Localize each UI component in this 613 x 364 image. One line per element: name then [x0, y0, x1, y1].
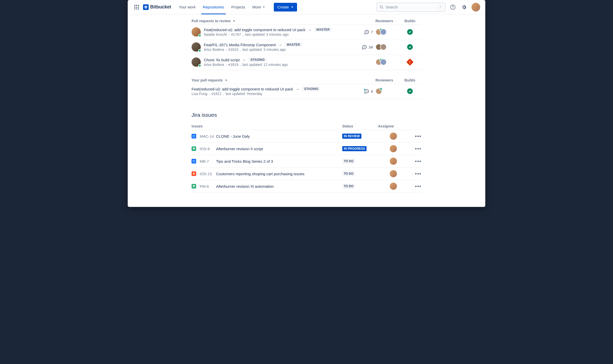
issue-key: MB-7	[200, 159, 214, 163]
col-status-label: Status	[342, 124, 378, 128]
settings-icon[interactable]	[460, 3, 468, 11]
chevron-down-icon: ▼	[233, 19, 235, 22]
reviewer-avatar[interactable]	[375, 88, 382, 95]
issue-type-story-icon	[192, 134, 196, 138]
pr-title: Chore: fix build script	[204, 58, 240, 62]
svg-rect-8	[193, 135, 195, 137]
issue-type-task-icon	[192, 146, 196, 151]
more-icon: •••	[415, 134, 421, 139]
pr-row[interactable]: Feat/FIL-3571 Media Filmstrip Component …	[192, 40, 421, 55]
more-icon: •••	[415, 159, 421, 164]
svg-point-10	[193, 173, 195, 174]
jira-row[interactable]: IOS-15 Customers reporting shoping cart …	[192, 168, 421, 180]
search-input[interactable]	[386, 5, 438, 9]
comment-icon	[362, 44, 367, 50]
chevron-down-icon: ▼	[291, 6, 293, 8]
reviewer-avatar[interactable]	[380, 59, 387, 65]
comment-count[interactable]: 7	[355, 29, 373, 34]
author-avatar	[192, 42, 201, 52]
build-fail-icon: !	[406, 58, 414, 66]
main-content: Pull requests to review ▼ Reviewers Buil…	[128, 14, 485, 207]
tab-your-work[interactable]: Your work	[175, 0, 199, 14]
row-actions-button[interactable]: •••	[409, 159, 421, 164]
row-actions-button[interactable]: •••	[409, 171, 421, 177]
assignee-avatar[interactable]	[390, 145, 397, 152]
build-success-icon	[407, 29, 413, 35]
pr-row[interactable]: Feat(reduced-ui): add toggle component t…	[192, 25, 421, 40]
chevron-down-icon: ▼	[225, 79, 228, 82]
comment-count[interactable]: 34	[355, 44, 373, 50]
tab-projects[interactable]: Projects	[228, 0, 249, 14]
tab-more[interactable]: More ▼	[249, 0, 269, 14]
jira-row[interactable]: MAC-14 CLONE - June Daly IN REVIEW •••	[192, 130, 421, 143]
pr-review-toggle[interactable]: Pull requests to review ▼	[192, 19, 235, 23]
more-icon: •••	[415, 146, 421, 151]
search-box[interactable]: /	[376, 3, 445, 12]
col-assignee-label: Assignee	[378, 124, 409, 128]
reviewers	[375, 88, 398, 95]
status-badge: TO DO	[342, 184, 355, 189]
product-logo[interactable]: Bitbucket	[143, 4, 171, 10]
comment-unread-icon	[364, 89, 369, 94]
app-window: Bitbucket Your work Repositories Project…	[128, 0, 485, 207]
author-avatar	[192, 27, 201, 37]
arrow-right-icon: →	[278, 43, 282, 47]
reviewer-avatar[interactable]	[380, 44, 387, 50]
comment-icon	[364, 29, 369, 34]
product-name: Bitbucket	[150, 4, 171, 10]
build-status[interactable]	[398, 29, 421, 35]
tab-repositories[interactable]: Repositories	[199, 0, 228, 14]
top-nav: Bitbucket Your work Repositories Project…	[128, 0, 485, 14]
branch-tag: MASTER	[285, 42, 302, 47]
branch-tag: MASTER	[314, 27, 332, 32]
row-actions-button[interactable]: •••	[409, 184, 421, 189]
svg-point-6	[364, 89, 365, 90]
reviewer-avatar[interactable]	[380, 29, 387, 35]
presence-indicator	[198, 49, 201, 52]
jira-row[interactable]: MB-7 Tips and Tricks Blog Series 2 of 3 …	[192, 155, 421, 168]
issue-key: MAC-14	[200, 134, 214, 138]
jira-row[interactable]: IOS-8 Afterburner revision II script IN …	[192, 143, 421, 155]
issue-type-task-icon	[192, 184, 196, 189]
your-prs-toggle[interactable]: Your pull requests ▼	[192, 78, 228, 82]
nav-right: /	[376, 3, 480, 12]
jira-row[interactable]: PM-6 Afterburner revision III automation…	[192, 180, 421, 193]
col-builds-label: Builds	[398, 78, 421, 82]
pr-meta: Artur Bodera- #1819, last updated 12 min…	[204, 63, 355, 67]
row-actions-button[interactable]: •••	[409, 146, 421, 151]
comment-count[interactable]: 4	[355, 89, 373, 94]
row-actions-button[interactable]: •••	[409, 134, 421, 139]
build-success-icon	[407, 44, 413, 50]
issue-summary: Afterburner revision III automation	[216, 184, 342, 189]
your-prs-header: Your pull requests ▼ Reviewers Builds	[192, 77, 421, 84]
nav-tabs: Your work Repositories Projects More ▼	[175, 0, 269, 14]
nav-left: Bitbucket Your work Repositories Project…	[133, 0, 297, 14]
build-status[interactable]	[398, 44, 421, 50]
help-icon[interactable]	[449, 3, 457, 11]
jira-heading: Jira issues	[192, 112, 421, 118]
app-switcher-icon[interactable]	[133, 3, 140, 11]
user-avatar[interactable]	[471, 3, 480, 11]
pr-meta: Artur Bodera- #1810, last updated 3 minu…	[204, 48, 355, 52]
pr-row[interactable]: Feat(reduced-ui): add toggle component t…	[192, 84, 421, 99]
col-reviewers-label: Reviewers	[375, 19, 398, 23]
assignee-avatar[interactable]	[390, 170, 397, 177]
col-issues-label: Issues	[192, 124, 203, 128]
issue-summary: CLONE - June Daly	[216, 134, 342, 138]
reviewers	[375, 44, 398, 50]
jira-header: Issues Status Assignee	[192, 123, 421, 130]
assignee-avatar[interactable]	[390, 158, 397, 165]
more-icon: •••	[415, 184, 421, 189]
build-status[interactable]	[398, 88, 421, 94]
issue-type-bug-icon	[192, 171, 196, 176]
pr-title: Feat(reduced-ui): add toggle component t…	[192, 87, 293, 91]
pr-row[interactable]: Chore: fix build script → STAGING Artur …	[192, 55, 421, 70]
svg-point-0	[380, 6, 382, 8]
pr-meta: Lisa Fung- #1812, last updated Yesterday	[192, 92, 355, 96]
assignee-avatar[interactable]	[390, 183, 397, 190]
build-status[interactable]: !	[398, 60, 421, 65]
issue-key: IOS-8	[200, 147, 214, 151]
arrow-right-icon: →	[296, 87, 300, 91]
assignee-avatar[interactable]	[390, 133, 397, 140]
create-button[interactable]: Create ▼	[274, 3, 297, 11]
